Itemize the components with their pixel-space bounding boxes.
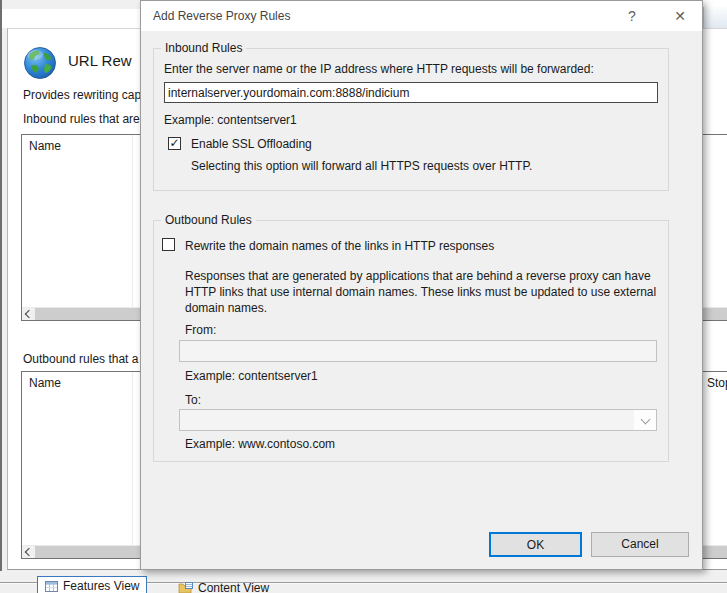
dialog-title: Add Reverse Proxy Rules xyxy=(153,9,290,23)
column-header-stop[interactable]: Stop xyxy=(707,376,727,390)
cancel-button-label: Cancel xyxy=(621,537,658,551)
page-description: Provides rewriting cap xyxy=(23,88,141,102)
check-icon: ✓ xyxy=(169,136,179,150)
window-left-edge xyxy=(0,0,2,593)
content-view-icon xyxy=(178,582,193,593)
chevron-left-icon xyxy=(25,310,33,318)
chevron-left-icon xyxy=(25,548,33,556)
scroll-left-button[interactable] xyxy=(22,308,35,320)
server-name-input[interactable] xyxy=(164,82,658,103)
outbound-description: Responses that are generated by applicat… xyxy=(185,268,661,316)
tab-label: Content View xyxy=(198,581,269,593)
rewrite-domain-names-label[interactable]: Rewrite the domain names of the links in… xyxy=(185,239,494,253)
group-legend: Outbound Rules xyxy=(161,213,256,227)
globe-icon xyxy=(23,46,57,80)
group-legend: Inbound Rules xyxy=(161,41,246,55)
cancel-button[interactable]: Cancel xyxy=(591,532,689,557)
ok-button[interactable]: OK xyxy=(489,532,582,557)
screen: URL Rew Provides rewriting cap Inbound r… xyxy=(0,0,727,593)
features-view-icon xyxy=(45,581,58,592)
add-reverse-proxy-rules-dialog: Add Reverse Proxy Rules ? ✕ Inbound Rule… xyxy=(140,0,703,570)
column-header-name[interactable]: Name xyxy=(29,376,61,390)
column-separator xyxy=(132,135,133,307)
tab-content-view[interactable]: Content View xyxy=(171,578,276,593)
server-example: Example: contentserver1 xyxy=(164,113,297,127)
server-instruction: Enter the server name or the IP address … xyxy=(164,62,594,76)
outbound-list-label: Outbound rules that a xyxy=(23,352,138,366)
chevron-down-icon xyxy=(641,415,651,425)
inbound-rules-group: Inbound Rules Enter the server name or t… xyxy=(153,48,669,191)
close-icon[interactable]: ✕ xyxy=(669,7,691,25)
enable-ssl-offloading-checkbox[interactable]: ✓ xyxy=(168,137,181,150)
page-title: URL Rew xyxy=(68,52,132,69)
from-input xyxy=(179,340,657,362)
column-header-name[interactable]: Name xyxy=(29,139,61,153)
toolbar-strip xyxy=(2,9,140,28)
combo-dropdown-button xyxy=(634,410,656,430)
help-button[interactable]: ? xyxy=(621,7,643,25)
from-example: Example: contentserver1 xyxy=(185,369,318,383)
ssl-offloading-note: Selecting this option will forward all H… xyxy=(191,159,532,173)
to-label: To: xyxy=(185,393,201,407)
ok-button-label: OK xyxy=(527,538,544,552)
enable-ssl-offloading-label[interactable]: Enable SSL Offloading xyxy=(191,137,312,151)
to-example: Example: www.contoso.com xyxy=(185,437,335,451)
dialog-titlebar: Add Reverse Proxy Rules ? ✕ xyxy=(141,1,702,31)
rewrite-domain-names-checkbox[interactable] xyxy=(162,238,175,251)
inbound-list-label: Inbound rules that are xyxy=(23,112,140,126)
from-label: From: xyxy=(185,323,216,337)
tab-features-view[interactable]: Features View xyxy=(37,576,147,593)
right-strip-header xyxy=(703,7,727,30)
outbound-rules-group: Outbound Rules Rewrite the domain names … xyxy=(153,220,669,462)
tab-label: Features View xyxy=(63,579,139,593)
scroll-left-button[interactable] xyxy=(22,546,35,558)
column-separator xyxy=(132,372,133,545)
to-combobox xyxy=(179,409,657,431)
